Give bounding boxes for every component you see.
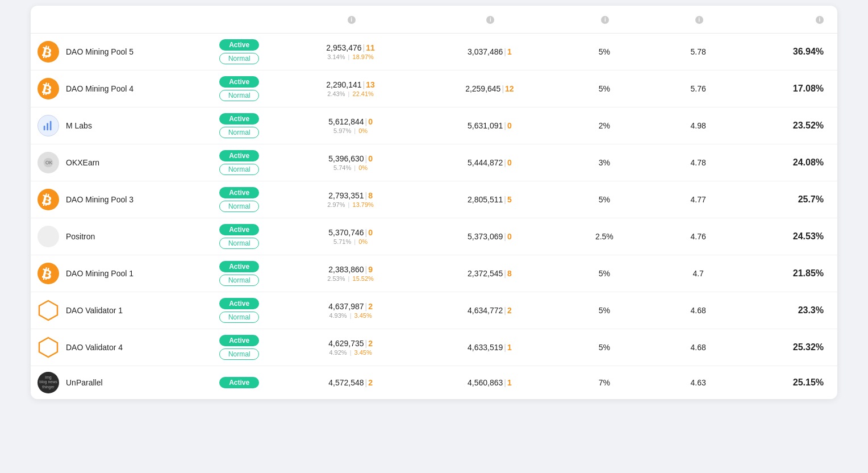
delegated-main: 4,572,548 | 2 bbox=[288, 378, 414, 387]
reward-info-icon[interactable]: i bbox=[816, 16, 824, 24]
realtime-cell: 5,631,091 | 0 bbox=[420, 107, 559, 144]
realtime-hash-value: 0 bbox=[507, 158, 512, 167]
svg-marker-6 bbox=[39, 338, 57, 357]
validator-name: DAO Mining Pool 4 bbox=[66, 84, 133, 93]
delegated-cell: 2,793,351 | 8 2.97% | 13.79% bbox=[281, 181, 420, 218]
validator-name: DAO Mining Pool 1 bbox=[66, 269, 133, 278]
status-cell: Active Normal bbox=[198, 255, 281, 292]
validator-cell: DAO Mining Pool 4 bbox=[31, 70, 198, 107]
hybrid-cell: 4.68 bbox=[649, 329, 746, 366]
validator-name: DAO Mining Pool 5 bbox=[66, 47, 133, 56]
delegated-core-value: 4,572,548 bbox=[328, 378, 364, 387]
delegated-core-value: 2,953,476 bbox=[326, 43, 361, 52]
table-row[interactable]: DAO Mining Pool 1 Active Normal 2,383,86… bbox=[31, 255, 837, 292]
realtime-main: 2,805,511 | 5 bbox=[427, 195, 552, 204]
status-normal-badge: Normal bbox=[219, 53, 259, 64]
status-normal-badge: Normal bbox=[219, 90, 259, 101]
avatar-btc bbox=[37, 78, 59, 99]
delegated-core-value: 2,290,141 bbox=[326, 80, 361, 89]
commission-cell: 5% bbox=[559, 255, 649, 292]
table-row[interactable]: DAO Validator 4 Active Normal 4,629,735 … bbox=[31, 329, 837, 366]
svg-rect-1 bbox=[47, 123, 48, 130]
validator-cell: M Labs bbox=[31, 107, 198, 144]
status-cell: Active Normal bbox=[198, 107, 281, 144]
validator-cell: DAO Mining Pool 1 bbox=[31, 255, 198, 292]
reward-cell: 24.53% bbox=[747, 218, 837, 255]
delegated-info-icon[interactable]: i bbox=[348, 16, 356, 24]
delegated-main: 5,612,844 | 0 bbox=[288, 117, 414, 126]
table-row[interactable]: M Labs Active Normal 5,612,844 | 0 5.97%… bbox=[31, 107, 837, 144]
status-active-badge: Active bbox=[219, 298, 259, 309]
table-row[interactable]: OK OKXEarn Active Normal 5,396,630 | 0 5… bbox=[31, 144, 837, 181]
commission-cell: 5% bbox=[559, 329, 649, 366]
commission-info-icon[interactable]: i bbox=[601, 16, 609, 24]
realtime-cell: 5,444,872 | 0 bbox=[420, 144, 559, 181]
commission-cell: 5% bbox=[559, 70, 649, 107]
delegated-hash-value: 13 bbox=[366, 80, 375, 89]
commission-cell: 5% bbox=[559, 292, 649, 329]
delegated-hash-value: 9 bbox=[368, 265, 373, 274]
realtime-core-value: 2,805,511 bbox=[468, 195, 503, 204]
svg-marker-5 bbox=[39, 301, 57, 320]
validator-cell: DAO Mining Pool 5 bbox=[31, 33, 198, 70]
validator-name: DAO Validator 4 bbox=[66, 343, 123, 352]
hybrid-cell: 4.7 bbox=[649, 255, 746, 292]
realtime-cell: 5,373,069 | 0 bbox=[420, 218, 559, 255]
delegated-main: 2,383,860 | 9 bbox=[288, 265, 414, 274]
status-active-badge: Active bbox=[219, 187, 259, 198]
reward-cell: 25.7% bbox=[747, 181, 837, 218]
table-row[interactable]: imgblog newsthinger UnParallel Active 4,… bbox=[31, 366, 837, 399]
reward-cell: 21.85% bbox=[747, 255, 837, 292]
reward-cell: 23.3% bbox=[747, 292, 837, 329]
table-row[interactable]: DAO Mining Pool 3 Active Normal 2,793,35… bbox=[31, 181, 837, 218]
realtime-main: 2,259,645 | 12 bbox=[427, 84, 552, 93]
realtime-core-value: 3,037,486 bbox=[468, 47, 503, 56]
col-delegated: i bbox=[281, 6, 420, 33]
table-row[interactable]: Positron Active Normal 5,370,746 | 0 5.7… bbox=[31, 218, 837, 255]
delegated-sub: 5.74% | 0% bbox=[288, 164, 414, 171]
status-normal-badge: Normal bbox=[219, 127, 259, 138]
validator-cell: OK OKXEarn bbox=[31, 144, 198, 181]
validator-cell: DAO Validator 4 bbox=[31, 329, 198, 366]
hybrid-info-icon[interactable]: i bbox=[695, 16, 703, 24]
col-realtime: i bbox=[420, 6, 559, 33]
table-header: i i i i i bbox=[31, 6, 837, 33]
realtime-cell: 4,634,772 | 2 bbox=[420, 292, 559, 329]
delegated-hash-value: 0 bbox=[368, 117, 373, 126]
hybrid-cell: 4.98 bbox=[649, 107, 746, 144]
avatar-btc bbox=[37, 189, 59, 210]
delegated-core-value: 2,383,860 bbox=[328, 265, 364, 274]
delegated-main: 2,793,351 | 8 bbox=[288, 191, 414, 200]
delegated-hash-value: 2 bbox=[368, 302, 373, 311]
status-active-badge: Active bbox=[219, 76, 259, 88]
status-cell: Active Normal bbox=[198, 144, 281, 181]
realtime-main: 2,372,545 | 8 bbox=[427, 269, 552, 278]
status-cell: Active Normal bbox=[198, 329, 281, 366]
delegated-hash-value: 2 bbox=[368, 378, 373, 387]
avatar-btc bbox=[37, 263, 59, 284]
delegated-cell: 5,370,746 | 0 5.71% | 0% bbox=[281, 218, 420, 255]
reward-cell: 25.32% bbox=[747, 329, 837, 366]
realtime-info-icon[interactable]: i bbox=[486, 16, 494, 24]
realtime-core-value: 4,560,863 bbox=[468, 378, 503, 387]
delegated-cell: 2,953,476 | 11 3.14% | 18.97% bbox=[281, 33, 420, 70]
status-normal-badge: Normal bbox=[219, 164, 259, 175]
delegated-cell: 4,637,987 | 2 4.93% | 3.45% bbox=[281, 292, 420, 329]
validator-name: OKXEarn bbox=[66, 158, 99, 167]
table-row[interactable]: DAO Mining Pool 5 Active Normal 2,953,47… bbox=[31, 33, 837, 70]
status-normal-badge: Normal bbox=[219, 348, 259, 360]
delegated-hash-value: 0 bbox=[368, 228, 373, 237]
delegated-main: 2,953,476 | 11 bbox=[288, 43, 414, 52]
delegated-hash-value: 8 bbox=[368, 191, 373, 200]
delegated-core-value: 5,396,630 bbox=[328, 154, 364, 163]
avatar-none bbox=[37, 226, 59, 247]
validator-name: DAO Mining Pool 3 bbox=[66, 195, 133, 204]
svg-rect-0 bbox=[44, 126, 45, 130]
svg-rect-2 bbox=[50, 121, 52, 130]
status-active-badge: Active bbox=[219, 377, 259, 388]
avatar-unparallel: imgblog newsthinger bbox=[37, 372, 59, 393]
table-row[interactable]: DAO Validator 1 Active Normal 4,637,987 … bbox=[31, 292, 837, 329]
table-row[interactable]: DAO Mining Pool 4 Active Normal 2,290,14… bbox=[31, 70, 837, 107]
col-hybrid: i bbox=[649, 6, 746, 33]
realtime-core-value: 4,634,772 bbox=[468, 306, 503, 315]
